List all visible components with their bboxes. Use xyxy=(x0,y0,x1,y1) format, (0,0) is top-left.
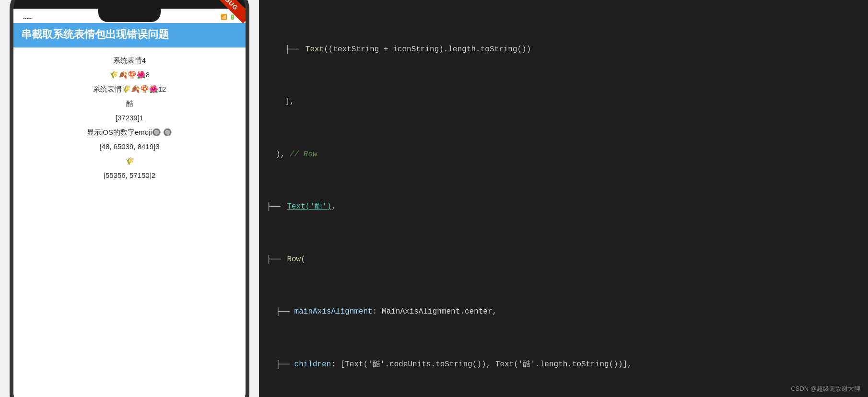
code-token: ((textString + iconString).length.toStri… xyxy=(324,43,531,56)
code-comment: // Row xyxy=(290,148,317,161)
debug-corner: DEBUG xyxy=(207,0,246,28)
content-row-8: 🌾 xyxy=(21,154,238,168)
code-link[interactable]: Text('酷') xyxy=(287,200,331,213)
tree-connector: ├── xyxy=(267,43,304,56)
code-line: ├── Text((textString + iconString).lengt… xyxy=(259,43,868,57)
debug-badge: DEBUG xyxy=(207,0,246,23)
code-token: : MainAxisAlignment.center, xyxy=(373,305,497,318)
code-token: ├── xyxy=(267,305,294,318)
code-token: : [Text('酷'.codeUnits.toString()), Text(… xyxy=(331,358,632,371)
code-line: ), // Row xyxy=(259,148,868,162)
content-row-9: [55356, 57150]2 xyxy=(21,168,238,183)
code-line: ├── mainAxisAlignment: MainAxisAlignment… xyxy=(259,305,868,319)
code-line: ├── children: [Text('酷'.codeUnits.toStri… xyxy=(259,358,868,372)
tree-connector: ├── xyxy=(267,253,285,266)
code-token: ), xyxy=(267,148,290,161)
code-param: children xyxy=(294,358,331,371)
app-content: 系统表情4 🌾🍂🍄🌺8 系统表情🌾🍂🍄🌺12 酷 [37239]1 显示iOS的… xyxy=(13,47,246,188)
code-token: , xyxy=(331,200,336,213)
content-row-2: 🌾🍂🍄🌺8 xyxy=(21,68,238,82)
content-row-7: [48, 65039, 8419]3 xyxy=(21,140,238,154)
code-line: ├── Row( xyxy=(259,253,868,267)
code-token: ├── xyxy=(267,358,294,371)
phone-frame: DEBUG ..... 📶 🔋 串截取系统表情包出现错误问题 系统表情4 🌾🍂🍄… xyxy=(10,0,249,397)
status-time: ..... xyxy=(23,13,32,21)
content-row-3: 系统表情🌾🍂🍄🌺12 xyxy=(21,82,238,96)
code-line: ├── Text('酷'), xyxy=(259,200,868,214)
code-content: ├── Text((textString + iconString).lengt… xyxy=(259,0,868,397)
content-row-1: 系统表情4 xyxy=(21,53,238,68)
app-title: 串截取系统表情包出现错误问题 xyxy=(21,28,238,42)
code-token: ( xyxy=(301,253,305,266)
phone-notch xyxy=(98,9,161,22)
phone-screen: ..... 📶 🔋 串截取系统表情包出现错误问题 系统表情4 🌾🍂🍄🌺8 系统表… xyxy=(13,9,246,397)
content-row-4: 酷 xyxy=(21,96,238,111)
footer-text: CSDN @超级无敌谢大脚 xyxy=(791,385,860,393)
content-row-5: [37239]1 xyxy=(21,111,238,125)
code-param: mainAxisAlignment xyxy=(294,305,373,318)
code-line: ], xyxy=(259,95,868,109)
phone-panel: DEBUG ..... 📶 🔋 串截取系统表情包出现错误问题 系统表情4 🌾🍂🍄… xyxy=(0,0,259,397)
tree-connector: ├── xyxy=(267,200,285,213)
content-row-6: 显示iOS的数字emoji🔘 🔘 xyxy=(21,125,238,140)
code-panel: ├── Text((textString + iconString).lengt… xyxy=(259,0,868,397)
code-token: Row xyxy=(287,253,301,266)
code-token: ], xyxy=(267,95,294,108)
code-token: Text xyxy=(305,43,324,56)
